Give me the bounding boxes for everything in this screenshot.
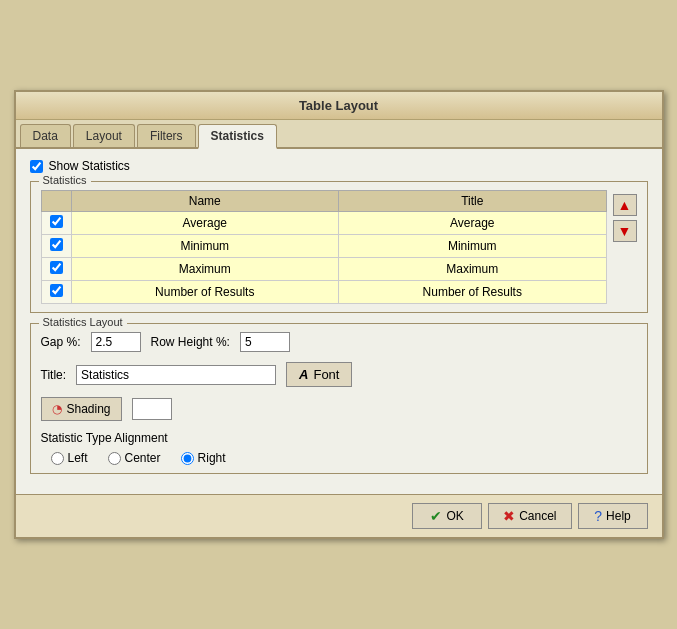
- layout-group-label: Statistics Layout: [39, 316, 127, 328]
- shading-row: ◔ Shading: [41, 397, 637, 421]
- radio-left-input[interactable]: [51, 452, 64, 465]
- shading-label: Shading: [67, 402, 111, 416]
- row-checkbox-3[interactable]: [41, 281, 71, 304]
- title-row: Title: A Font: [41, 362, 637, 387]
- table-row: Minimum Minimum: [41, 235, 606, 258]
- row-title-1: Minimum: [339, 235, 607, 258]
- title-label: Title:: [41, 368, 67, 382]
- move-up-button[interactable]: ▲: [613, 194, 637, 216]
- dialog-title: Table Layout: [16, 92, 662, 120]
- tab-statistics[interactable]: Statistics: [198, 124, 277, 149]
- move-up-icon: ▲: [618, 197, 632, 213]
- radio-center: Center: [108, 451, 161, 465]
- row-title-0: Average: [339, 212, 607, 235]
- ok-icon: ✔: [430, 508, 442, 524]
- cancel-label: Cancel: [519, 509, 556, 523]
- col-name: Name: [71, 191, 339, 212]
- table-row: Maximum Maximum: [41, 258, 606, 281]
- row-title-2: Maximum: [339, 258, 607, 281]
- tab-content: Show Statistics Statistics Name Title: [16, 149, 662, 494]
- ok-button[interactable]: ✔ OK: [412, 503, 482, 529]
- table-buttons: ▲ ▼: [613, 190, 637, 304]
- tab-bar: Data Layout Filters Statistics: [16, 120, 662, 149]
- cancel-icon: ✖: [503, 508, 515, 524]
- row-name-2: Maximum: [71, 258, 339, 281]
- row-title-3: Number of Results: [339, 281, 607, 304]
- show-statistics-checkbox[interactable]: [30, 160, 43, 173]
- row-name-3: Number of Results: [71, 281, 339, 304]
- show-statistics-row: Show Statistics: [30, 159, 648, 173]
- font-button[interactable]: A Font: [286, 362, 352, 387]
- alignment-section: Statistic Type Alignment Left Center Rig…: [41, 431, 637, 465]
- dialog-footer: ✔ OK ✖ Cancel ? Help: [16, 494, 662, 537]
- radio-left-label: Left: [68, 451, 88, 465]
- gap-label: Gap %:: [41, 335, 81, 349]
- font-icon: A: [299, 367, 308, 382]
- tab-data[interactable]: Data: [20, 124, 71, 147]
- gap-row: Gap %: Row Height %:: [41, 332, 637, 352]
- cancel-button[interactable]: ✖ Cancel: [488, 503, 571, 529]
- help-icon: ?: [594, 508, 602, 524]
- row-name-0: Average: [71, 212, 339, 235]
- shading-icon: ◔: [52, 402, 62, 416]
- help-label: Help: [606, 509, 631, 523]
- col-title: Title: [339, 191, 607, 212]
- gap-input[interactable]: [91, 332, 141, 352]
- radio-right: Right: [181, 451, 226, 465]
- row-checkbox-0[interactable]: [41, 212, 71, 235]
- shading-button[interactable]: ◔ Shading: [41, 397, 122, 421]
- row-height-input[interactable]: [240, 332, 290, 352]
- layout-group: Statistics Layout Gap %: Row Height %: T…: [30, 323, 648, 474]
- radio-center-input[interactable]: [108, 452, 121, 465]
- col-checkbox: [41, 191, 71, 212]
- ok-label: OK: [446, 509, 463, 523]
- row-height-label: Row Height %:: [151, 335, 230, 349]
- statistics-group-label: Statistics: [39, 174, 91, 186]
- move-down-button[interactable]: ▼: [613, 220, 637, 242]
- tab-layout[interactable]: Layout: [73, 124, 135, 147]
- font-label: Font: [313, 367, 339, 382]
- radio-center-label: Center: [125, 451, 161, 465]
- table-row: Number of Results Number of Results: [41, 281, 606, 304]
- radio-group: Left Center Right: [51, 451, 637, 465]
- radio-right-label: Right: [198, 451, 226, 465]
- alignment-label: Statistic Type Alignment: [41, 431, 637, 445]
- title-input[interactable]: [76, 365, 276, 385]
- help-button[interactable]: ? Help: [578, 503, 648, 529]
- show-statistics-label: Show Statistics: [49, 159, 130, 173]
- table-row: Average Average: [41, 212, 606, 235]
- row-name-1: Minimum: [71, 235, 339, 258]
- radio-left: Left: [51, 451, 88, 465]
- table-layout-dialog: Table Layout Data Layout Filters Statist…: [14, 90, 664, 539]
- row-checkbox-1[interactable]: [41, 235, 71, 258]
- tab-filters[interactable]: Filters: [137, 124, 196, 147]
- statistics-table-area: Name Title Average Average Minimum: [41, 190, 637, 304]
- move-down-icon: ▼: [618, 223, 632, 239]
- statistics-group: Statistics Name Title Average: [30, 181, 648, 313]
- row-checkbox-2[interactable]: [41, 258, 71, 281]
- color-picker-box[interactable]: [132, 398, 172, 420]
- statistics-table: Name Title Average Average Minimum: [41, 190, 607, 304]
- radio-right-input[interactable]: [181, 452, 194, 465]
